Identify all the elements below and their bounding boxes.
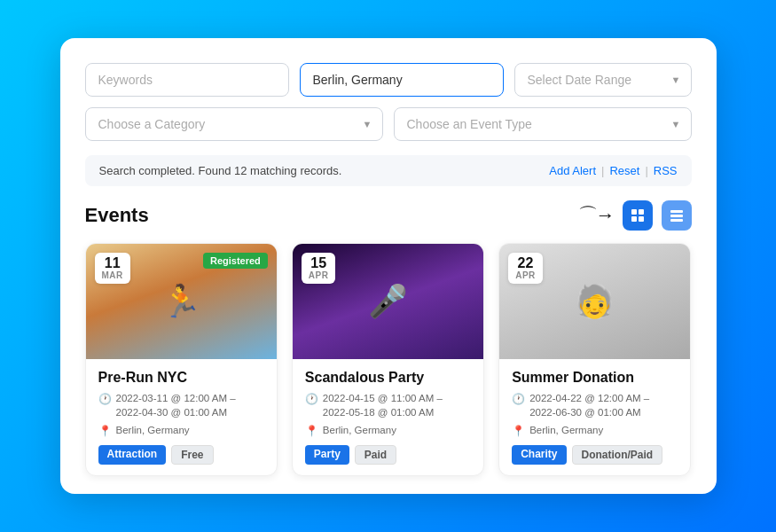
date-month: APR [515, 270, 536, 280]
keywords-input[interactable] [85, 63, 289, 97]
events-cards-row: 🏃 11 MAR Registered Pre-Run NYC 🕐 2022-0… [85, 243, 692, 477]
card-body: Scandalous Party 🕐 2022-04-15 @ 11:00 AM… [293, 359, 483, 476]
clock-icon: 🕐 [512, 392, 525, 407]
svg-rect-1 [639, 209, 644, 215]
search-row: Select Date Range ▼ [85, 63, 692, 97]
date-day: 22 [515, 256, 536, 270]
svg-rect-6 [670, 219, 683, 222]
card-body: Summer Donation 🕐 2022-04-22 @ 12:00 AM … [499, 359, 690, 476]
card-date-range: 2022-04-15 @ 11:00 AM – 2022-05-18 @ 01:… [323, 391, 471, 419]
card-location-meta: 📍 Berlin, Germany [512, 423, 678, 439]
tag-charity[interactable]: Charity [512, 445, 566, 465]
list-view-button[interactable] [662, 200, 692, 231]
card-date-meta: 🕐 2022-04-15 @ 11:00 AM – 2022-05-18 @ 0… [305, 391, 471, 419]
events-title: Events [85, 204, 149, 227]
card-date-range: 2022-03-11 @ 12:00 AM – 2022-04-30 @ 01:… [116, 391, 264, 419]
card-tags: Party Paid [305, 445, 471, 465]
card-title: Pre-Run NYC [98, 370, 264, 386]
event-type-select[interactable]: Choose an Event Type [394, 107, 692, 141]
tag-free[interactable]: Free [171, 445, 213, 465]
event-card: 🏃 11 MAR Registered Pre-Run NYC 🕐 2022-0… [85, 243, 278, 477]
svg-rect-4 [670, 210, 683, 213]
card-location: Berlin, Germany [529, 423, 603, 437]
card-title: Summer Donation [512, 370, 678, 386]
event-card: 🧓 22 APR Summer Donation 🕐 2022-04-22 @ … [498, 243, 691, 477]
status-actions: Add Alert | Reset | RSS [549, 164, 677, 177]
card-image: 🏃 11 MAR Registered [86, 244, 277, 359]
date-badge: 15 APR [302, 253, 336, 284]
card-date-meta: 🕐 2022-04-22 @ 12:00 AM – 2022-06-30 @ 0… [512, 391, 678, 419]
events-header: Events ⌒→ [85, 200, 692, 231]
event-type-wrap: Choose an Event Type ▼ [394, 107, 692, 141]
card-date-meta: 🕐 2022-03-11 @ 12:00 AM – 2022-04-30 @ 0… [98, 391, 264, 419]
category-wrap: Choose a Category ▼ [85, 107, 383, 141]
card-location: Berlin, Germany [323, 423, 396, 437]
svg-rect-3 [639, 216, 644, 222]
svg-rect-0 [631, 209, 637, 215]
svg-rect-5 [670, 215, 683, 217]
view-controls: ⌒→ [578, 200, 692, 231]
location-icon: 📍 [98, 424, 112, 439]
date-month: MAR [102, 270, 123, 280]
main-modal: Select Date Range ▼ Choose a Category ▼ … [60, 38, 717, 495]
card-location: Berlin, Germany [116, 423, 190, 437]
card-image: 🎤 15 APR [293, 244, 483, 359]
rss-link[interactable]: RSS [654, 164, 678, 177]
clock-icon: 🕐 [98, 392, 112, 407]
date-range-wrap: Select Date Range ▼ [514, 63, 692, 97]
grid-icon [631, 208, 645, 223]
location-input[interactable] [300, 63, 504, 97]
clock-icon: 🕐 [305, 392, 318, 407]
card-title: Scandalous Party [305, 370, 471, 386]
tag-party[interactable]: Party [305, 445, 349, 465]
card-body: Pre-Run NYC 🕐 2022-03-11 @ 12:00 AM – 20… [86, 359, 277, 476]
location-icon: 📍 [305, 424, 318, 439]
card-date-range: 2022-04-22 @ 12:00 AM – 2022-06-30 @ 01:… [529, 391, 678, 419]
reset-link[interactable]: Reset [609, 164, 639, 177]
date-day: 15 [309, 256, 329, 270]
divider: | [645, 164, 647, 177]
status-bar: Search completed. Found 12 matching reco… [85, 155, 692, 186]
filter-row: Choose a Category ▼ Choose an Event Type… [85, 107, 692, 141]
grid-view-button[interactable] [623, 200, 653, 231]
date-month: APR [309, 270, 329, 280]
squiggle-decoration: ⌒→ [578, 202, 614, 229]
date-day: 11 [102, 256, 123, 270]
date-range-select[interactable]: Select Date Range [514, 63, 692, 97]
registered-badge: Registered [203, 253, 268, 269]
card-tags: Charity Donation/Paid [512, 445, 678, 465]
date-badge: 22 APR [508, 253, 543, 284]
location-icon: 📍 [512, 424, 525, 439]
category-select[interactable]: Choose a Category [85, 107, 383, 141]
svg-rect-2 [631, 216, 637, 222]
add-alert-link[interactable]: Add Alert [549, 164, 596, 177]
tag-paid[interactable]: Paid [355, 445, 396, 465]
tag-attraction[interactable]: Attraction [98, 445, 167, 465]
card-location-meta: 📍 Berlin, Germany [305, 423, 471, 439]
tag-donation-paid[interactable]: Donation/Paid [572, 445, 663, 465]
card-location-meta: 📍 Berlin, Germany [98, 423, 264, 439]
event-card: 🎤 15 APR Scandalous Party 🕐 2022-04-15 @… [292, 243, 484, 477]
status-text: Search completed. Found 12 matching reco… [99, 164, 342, 177]
divider: | [601, 164, 604, 177]
card-image: 🧓 22 APR [499, 244, 690, 359]
card-tags: Attraction Free [98, 445, 264, 465]
date-badge: 11 MAR [95, 253, 130, 284]
list-icon [670, 208, 684, 223]
